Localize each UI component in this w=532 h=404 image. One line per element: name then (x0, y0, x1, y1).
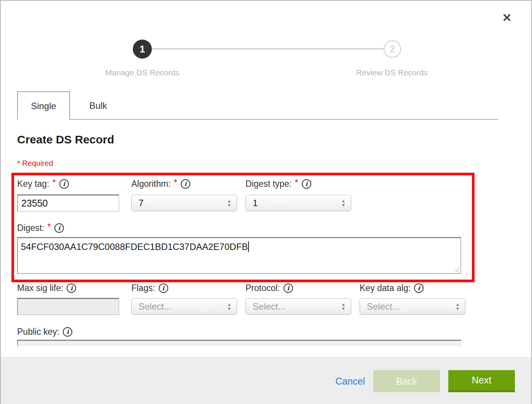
digest-type-label: Digest type: * i (245, 178, 311, 189)
key-tag-input[interactable] (17, 194, 119, 212)
info-icon[interactable]: i (414, 283, 424, 293)
select-arrows-icon: ▲ ▼ (341, 303, 346, 310)
info-icon[interactable]: i (63, 327, 72, 337)
required-asterisk: * (52, 177, 56, 188)
info-icon[interactable]: i (54, 223, 64, 233)
max-sig-life-label: Max sig life: i (17, 283, 76, 293)
max-sig-life-input[interactable] (17, 298, 119, 315)
digest-textarea[interactable]: 54FCF030AA1C79C0088FDEC1BD1C37DAA2E70DFB (17, 237, 461, 274)
footer: Cancel Back Next (1, 357, 531, 404)
digest-type-select[interactable]: 1 ▲ ▼ (245, 195, 351, 211)
info-icon[interactable]: i (302, 179, 311, 189)
stepper-step-1-label: Manage DS Records (105, 68, 180, 77)
stepper-connector-line (142, 48, 392, 49)
protocol-select[interactable]: Select... ▲ ▼ (245, 298, 351, 315)
public-key-label: Public key: i (17, 327, 72, 337)
info-icon[interactable]: i (67, 283, 76, 293)
select-arrows-icon: ▲ ▼ (227, 303, 231, 310)
digest-value: 54FCF030AA1C79C0088FDEC1BD1C37DAA2E70DFB (21, 242, 248, 252)
info-icon[interactable]: i (181, 179, 190, 189)
select-arrows-icon: ▲ ▼ (341, 199, 346, 207)
protocol-label: Protocol: i (245, 283, 293, 293)
page-title: Create DS Record (17, 133, 114, 146)
algorithm-select[interactable]: 7 ▲ ▼ (131, 195, 237, 211)
tab-bulk[interactable]: Bulk (72, 92, 125, 119)
tab-single[interactable]: Single (17, 91, 70, 120)
key-tag-label: Key tag: * i (17, 178, 69, 189)
key-data-alg-select[interactable]: Select... ▲ ▼ (360, 298, 465, 315)
stepper-step-1-circle: 1 (133, 40, 152, 59)
stepper-step-2-circle: 2 (384, 40, 401, 58)
select-arrows-icon: ▲ ▼ (227, 199, 231, 207)
select-arrows-icon: ▲ ▼ (456, 303, 460, 310)
tab-underline (70, 119, 498, 120)
cancel-button[interactable]: Cancel (335, 376, 365, 387)
info-icon[interactable]: i (284, 283, 293, 293)
required-asterisk: * (174, 177, 177, 188)
info-icon[interactable]: i (159, 283, 168, 293)
flags-label: Flags: i (131, 283, 168, 293)
resize-handle-icon[interactable] (453, 266, 459, 272)
back-button[interactable]: Back (373, 370, 440, 392)
digest-label: Digest: * i (17, 223, 64, 233)
algorithm-label: Algorithm: * i (131, 178, 190, 189)
text-cursor (248, 242, 249, 252)
key-data-alg-label: Key data alg: i (360, 283, 424, 293)
stepper-step-2-label: Review DS Records (356, 68, 428, 77)
required-asterisk: * (48, 221, 51, 232)
info-icon[interactable]: i (59, 179, 69, 189)
required-note: * Required (17, 159, 53, 168)
next-button[interactable]: Next (448, 370, 515, 392)
required-asterisk: * (295, 177, 298, 188)
close-icon[interactable]: ✕ (499, 9, 515, 26)
public-key-textarea[interactable] (17, 340, 461, 346)
flags-select[interactable]: Select... ▲ ▼ (131, 298, 237, 315)
create-ds-record-modal: ✕ 1 2 Manage DS Records Review DS Record… (0, 0, 532, 404)
